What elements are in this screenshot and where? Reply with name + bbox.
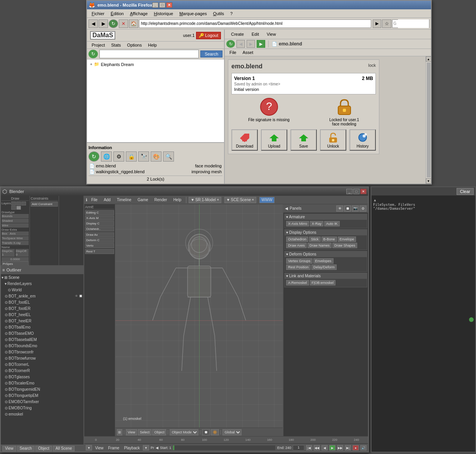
view-timeline-btn[interactable]: ▼ [86, 445, 92, 451]
rest-position-btn[interactable]: Rest Position [286, 264, 311, 270]
outliner-world[interactable]: ⊙ World [1, 287, 83, 293]
global-select[interactable]: Global [222, 429, 241, 435]
outliner-emobotarmfixer[interactable]: ⊙ EMOBOTarmfixer [1, 398, 83, 405]
outliner-scene[interactable]: ▾ ⊞ Scene [1, 274, 83, 280]
outliner-botbase[interactable]: ⊙ BOTbaseEMO [1, 330, 83, 336]
upload-button[interactable]: Upload [261, 129, 287, 151]
logout-button[interactable]: 🔑 Logout [196, 32, 221, 39]
record-btn[interactable]: ● [353, 445, 359, 451]
numpad-view-btn[interactable]: ⊞ [117, 429, 122, 435]
search-button[interactable]: Search [17, 446, 35, 451]
editing-c-btn[interactable]: Editing C [85, 210, 114, 215]
save-button[interactable]: Save [290, 129, 317, 151]
address-bar[interactable]: http://elephantsdream.primcode.com/damas… [139, 19, 371, 28]
props-btn-4[interactable]: ⚙ [360, 205, 367, 212]
props-display-title[interactable]: ▾ Display Options [285, 230, 367, 236]
firefox-maximize-button[interactable]: □ [159, 2, 165, 8]
add-menu[interactable]: Add [101, 198, 113, 202]
forward-button[interactable]: ▶ [99, 19, 108, 28]
select-btn[interactable]: Select [138, 429, 151, 435]
clear-button[interactable]: Clear [457, 188, 474, 195]
vertex-groups-btn[interactable]: Vertex Groups [286, 258, 313, 264]
go-button[interactable]: ▶ [373, 19, 381, 28]
file-menu[interactable]: File [89, 198, 100, 202]
snapping-btn[interactable]: 🔆 [211, 429, 219, 435]
menu-help[interactable]: ? [227, 10, 236, 17]
audio-btn[interactable]: 🔊 [360, 445, 367, 451]
timeline-bar[interactable] [173, 445, 276, 451]
layer-btn-2[interactable] [16, 202, 21, 205]
menu-edition[interactable]: Édition [108, 10, 127, 17]
mesh-btn[interactable]: 🔲 [202, 429, 210, 435]
tree-item-expand[interactable]: + 📁 Elephants Dream [89, 61, 222, 68]
menu-historique[interactable]: Historique [151, 10, 176, 17]
eye-icon-1[interactable]: 👁 [75, 294, 78, 298]
render-icon-1[interactable]: 🔲 [79, 294, 83, 298]
outliner-botbaseball[interactable]: ⊙ BOTbaseballEM [1, 336, 83, 343]
render-menu[interactable]: Render [152, 198, 170, 202]
blender-maximize-button[interactable]: □ [353, 189, 360, 194]
menu-create[interactable]: Create [228, 31, 247, 37]
file-forward-button[interactable]: ▶ [247, 40, 255, 48]
layer-btn-4[interactable] [11, 206, 16, 210]
view-tl-btn[interactable]: View [94, 446, 105, 450]
file-refresh-button[interactable]: ↻ [226, 40, 235, 48]
outliner-botcornerR[interactable]: ⊙ BOTcornerR [1, 367, 83, 374]
playback-btn[interactable]: Playback [122, 446, 141, 450]
damas-search-input[interactable] [99, 50, 199, 58]
scroll-up-arrow[interactable]: ▲ [426, 56, 431, 62]
info-tree-btn[interactable]: 🌐 [101, 151, 112, 162]
envelope-btn[interactable]: Envelope [338, 237, 356, 242]
scrollbar-right[interactable]: ▲ ▼ [426, 56, 431, 184]
draw-extra-box[interactable]: Box Axis [2, 231, 29, 236]
unlock-button[interactable]: Unlock [320, 129, 346, 151]
xray-btn[interactable]: X-Ray [310, 221, 323, 226]
outliner-bot-heelEL[interactable]: ⊙ BOT_heelEL [1, 311, 83, 318]
reload-button[interactable]: ↻ [109, 19, 118, 28]
outliner-renderlayers[interactable]: ▾ RenderLayers [1, 280, 83, 287]
game-menu[interactable]: Game [135, 198, 150, 202]
download-button[interactable]: Download [231, 129, 258, 151]
all-scene-button[interactable]: All Scene [53, 446, 75, 451]
jump-end-btn[interactable]: ▶| [345, 445, 351, 451]
play-btn[interactable]: ▶ [329, 445, 335, 451]
info-lock-btn[interactable]: 🔒 [126, 151, 137, 162]
draw-ax-btn[interactable]: Draw Ax [85, 232, 114, 237]
file-play-button[interactable]: ▶ [257, 40, 265, 48]
props-deform-title[interactable]: ▾ Deform Options [285, 251, 367, 257]
current-frame-input[interactable]: 1 [293, 445, 304, 451]
xaxis-mirro-btn[interactable]: X-Axis Mirro [286, 221, 309, 226]
drawtype-bounds[interactable]: Bounds [2, 214, 29, 218]
layer-btn-1[interactable] [11, 202, 16, 205]
info-paint-btn[interactable]: 🎨 [151, 151, 162, 162]
blender-close-button[interactable]: ✕ [360, 189, 367, 194]
blender-minimize-button[interactable]: _ [346, 189, 353, 194]
drawtype-shaded[interactable]: Shaded [2, 219, 29, 223]
outliner-bot-ankle[interactable]: ⊙ BOT_ankle_em 👁 🔲 [1, 293, 83, 299]
help-menu[interactable]: Help [171, 198, 184, 202]
xaxis-m-btn[interactable]: X-Axis M [85, 216, 114, 221]
menu-asset[interactable]: Asset [240, 49, 257, 56]
frame-btn[interactable]: Frame [107, 446, 121, 450]
outliner-bot-heelER[interactable]: ⊙ BOT_heelER [1, 318, 83, 324]
info-settings-btn[interactable]: ⚙ [113, 151, 124, 162]
menu-view[interactable]: View [264, 31, 279, 37]
object-button[interactable]: Object [35, 446, 52, 451]
outliner-botbounds[interactable]: ⊙ BOTboundsEmo [1, 343, 83, 349]
back-button[interactable]: ◀ [89, 19, 98, 28]
menu-marque-pages[interactable]: Marque-pages [176, 10, 210, 17]
scene-close-icon[interactable]: ✕ [217, 198, 219, 202]
octahedron-btn[interactable]: Octahedron [286, 237, 308, 242]
play-back-btn[interactable]: ◀ [321, 445, 328, 451]
scene-select-1[interactable]: ▼ SR:1-Model ✕ [189, 197, 221, 203]
menu-project[interactable]: Project [89, 42, 108, 48]
draw-extra-texspace[interactable]: TexSpace Wire [2, 236, 29, 240]
timeline-menu[interactable]: Timeline [115, 198, 134, 202]
props-btn-3[interactable]: 📷 [352, 205, 359, 212]
props-links-title[interactable]: ▾ Link and Materials [285, 273, 367, 279]
add-constraint-button[interactable]: Add Constraint [31, 202, 58, 207]
props-btn-1[interactable]: 👁 [336, 205, 343, 212]
jump-start-btn[interactable]: |◀ [306, 445, 312, 451]
pr-btn[interactable]: ▼ [143, 445, 149, 451]
menu-outils[interactable]: Outils [210, 10, 227, 17]
